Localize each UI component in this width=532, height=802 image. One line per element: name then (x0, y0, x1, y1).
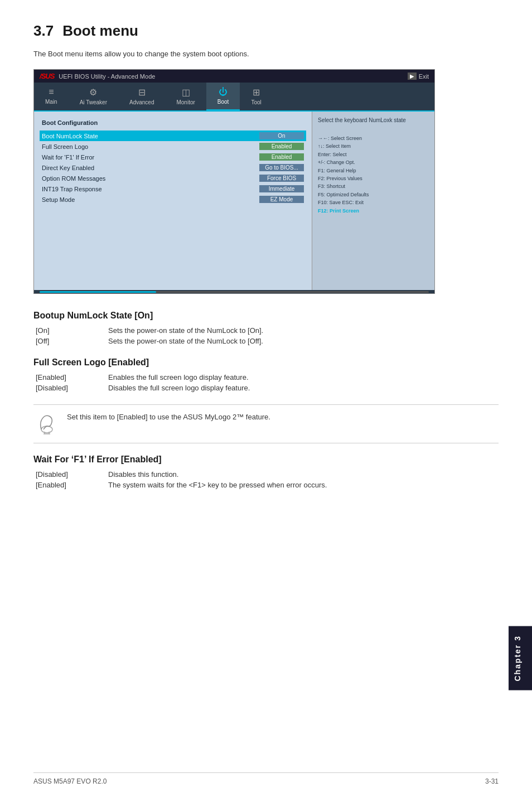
waitf1-enabled-option: [Enabled] (33, 480, 106, 490)
bios-title-text: UEFI BIOS Utility - Advanced Mode (59, 73, 155, 80)
fullscreenlogo-value: Enabled (259, 143, 304, 150)
ai-tweaker-icon: ⚙ (89, 87, 97, 98)
numlock-on-desc: Sets the power-on state of the NumLock t… (106, 325, 499, 336)
chapter-tab: Chapter 3 (509, 626, 532, 690)
bios-titlebar: /SUS UEFI BIOS Utility - Advanced Mode ▶… (34, 70, 434, 83)
bootnumlock-label: Boot NumLock State (42, 133, 259, 139)
bios-row-waitf1[interactable]: Wait for 'F1' If Error Enabled (40, 152, 306, 162)
numlock-heading: Bootup NumLock State [On] (33, 311, 499, 321)
logo-enabled-option: [Enabled] (33, 372, 106, 383)
page-footer: ASUS M5A97 EVO R2.0 3-31 (33, 772, 499, 785)
main-icon: ≡ (49, 87, 54, 97)
shortcut-f12: F12: Print Screen (318, 207, 429, 215)
nav-label-monitor: Monitor (176, 99, 195, 105)
bios-row-setupmode[interactable]: Setup Mode EZ Mode (40, 194, 306, 205)
page-content: 3.7 Boot menu The Boot menu items allow … (0, 0, 532, 524)
nav-item-tool[interactable]: ⊞ Tool (240, 83, 272, 110)
bios-row-fullscreenlogo[interactable]: Full Screen Logo Enabled (40, 141, 306, 152)
bios-titlebar-left: /SUS UEFI BIOS Utility - Advanced Mode (40, 72, 155, 80)
bios-help-text: Select the keyboard NumLoxk state (318, 117, 429, 123)
scroll-bar (40, 291, 429, 293)
bios-main-area: Boot Configuration Boot NumLock State On… (34, 112, 434, 290)
bios-exit-button[interactable]: ▶ Exit (408, 73, 429, 80)
bios-ui: /SUS UEFI BIOS Utility - Advanced Mode ▶… (33, 69, 435, 294)
waitf1-enabled-desc: The system waits for the <F1> key to be … (106, 480, 499, 490)
table-row: [Enabled] The system waits for the <F1> … (33, 480, 499, 490)
shortcut-updown: ↑↓: Select Item (318, 142, 429, 150)
bios-row-bootnumlock[interactable]: Boot NumLock State On (40, 131, 306, 141)
fullscreenlogo-label: Full Screen Logo (42, 143, 259, 150)
waitf1-value: Enabled (259, 153, 304, 161)
table-row: [Disabled] Disables the full screen logo… (33, 383, 499, 393)
nav-label-main: Main (45, 99, 57, 105)
scroll-indicator (40, 291, 156, 293)
doc-section-waitf1: Wait For ‘F1’ If Error [Enabled] [Disabl… (33, 455, 499, 490)
bios-right-panel: Select the keyboard NumLoxk state →←: Se… (312, 112, 434, 290)
nav-label-ai-tweaker: Ai Tweaker (80, 99, 107, 105)
nav-label-advanced: Advanced (129, 99, 154, 105)
numlock-table: [On] Sets the power-on state of the NumL… (33, 325, 499, 346)
note-icon (33, 410, 60, 437)
nav-item-main[interactable]: ≡ Main (34, 83, 69, 110)
chapter-label: Chapter 3 (513, 635, 522, 682)
section-desc: The Boot menu items allow you to change … (33, 50, 499, 58)
section-number: 3.7 (33, 22, 54, 40)
fullscreenlogo-table: [Enabled] Enables the full screen logo d… (33, 372, 499, 393)
int19-label: INT19 Trap Response (42, 186, 259, 192)
numlock-off-option: [Off] (33, 336, 106, 346)
shortcut-plusminus: +/-: Change Opt. (318, 158, 429, 166)
bios-section-label: Boot Configuration (40, 117, 306, 128)
bios-shortcuts: →←: Select Screen ↑↓: Select Item Enter:… (318, 134, 429, 215)
note-box: Set this item to [Enabled] to use the AS… (33, 404, 499, 443)
nav-label-tool: Tool (251, 99, 261, 105)
nav-item-boot[interactable]: ⏻ Boot (206, 83, 240, 110)
nav-item-monitor[interactable]: ◫ Monitor (165, 83, 206, 110)
logo-disabled-desc: Disables the full screen logo display fe… (106, 383, 499, 393)
fullscreenlogo-heading: Full Screen Logo [Enabled] (33, 357, 499, 368)
footer-page: 3-31 (485, 777, 499, 785)
note-text: Set this item to [Enabled] to use the AS… (67, 410, 270, 421)
table-row: [On] Sets the power-on state of the NumL… (33, 325, 499, 336)
int19-value: Immediate (259, 185, 304, 192)
directkey-label: Direct Key Enabled (42, 165, 259, 171)
shortcut-f10: F10: Save ESC: Exit (318, 199, 429, 206)
bios-row-optionrom[interactable]: Option ROM Messages Force BIOS (40, 173, 306, 183)
logo-disabled-option: [Disabled] (33, 383, 106, 393)
directkey-value: Go to BIOS... (259, 164, 304, 171)
doc-section-numlock: Bootup NumLock State [On] [On] Sets the … (33, 311, 499, 346)
nav-item-advanced[interactable]: ⊟ Advanced (118, 83, 165, 110)
bootnumlock-value: On (259, 132, 304, 139)
bios-row-int19[interactable]: INT19 Trap Response Immediate (40, 183, 306, 194)
bios-logo: /SUS (40, 72, 54, 80)
doc-section-fullscreenlogo: Full Screen Logo [Enabled] [Enabled] Ena… (33, 357, 499, 393)
shortcut-f3: F3: Shortcut (318, 182, 429, 190)
boot-icon: ⏻ (219, 87, 228, 97)
numlock-off-desc: Sets the power-on state of the NumLock t… (106, 336, 499, 346)
optionrom-value: Force BIOS (259, 175, 304, 182)
bios-exit-label: Exit (419, 73, 429, 80)
shortcut-f5: F5: Optimized Defaults (318, 191, 429, 199)
bios-navbar: ≡ Main ⚙ Ai Tweaker ⊟ Advanced ◫ Monitor… (34, 83, 434, 112)
waitf1-table: [Disabled] Disables this function. [Enab… (33, 469, 499, 490)
tool-icon: ⊞ (253, 87, 260, 98)
nav-item-ai-tweaker[interactable]: ⚙ Ai Tweaker (69, 83, 118, 110)
table-row: [Off] Sets the power-on state of the Num… (33, 336, 499, 346)
setupmode-label: Setup Mode (42, 196, 259, 203)
shortcut-arrows: →←: Select Screen (318, 134, 429, 142)
monitor-icon: ◫ (182, 87, 190, 98)
shortcut-enter: Enter: Select (318, 151, 429, 158)
optionrom-label: Option ROM Messages (42, 175, 259, 182)
advanced-icon: ⊟ (138, 87, 146, 98)
logo-enabled-desc: Enables the full screen logo display fea… (106, 372, 499, 383)
numlock-on-option: [On] (33, 325, 106, 336)
bios-bottom-scroll (34, 290, 434, 293)
bios-left-panel: Boot Configuration Boot NumLock State On… (34, 112, 312, 290)
waitf1-heading: Wait For ‘F1’ If Error [Enabled] (33, 455, 499, 465)
bios-row-directkey[interactable]: Direct Key Enabled Go to BIOS... (40, 162, 306, 173)
shortcut-f2: F2: Previous Values (318, 175, 429, 182)
footer-product: ASUS M5A97 EVO R2.0 (33, 777, 107, 785)
section-title: Boot menu (62, 22, 138, 40)
nav-label-boot: Boot (217, 99, 229, 105)
table-row: [Enabled] Enables the full screen logo d… (33, 372, 499, 383)
table-row: [Disabled] Disables this function. (33, 469, 499, 480)
